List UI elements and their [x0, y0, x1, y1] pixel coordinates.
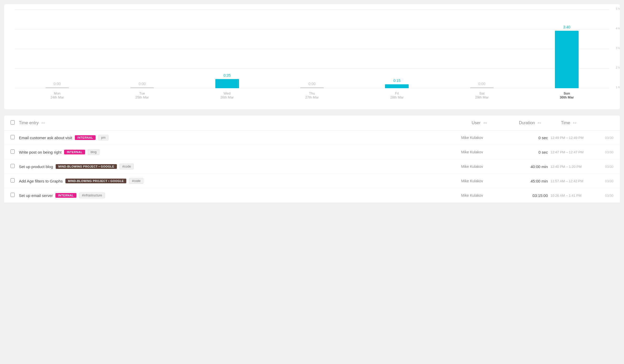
bar-wrapper-sat: 0:00 — [439, 9, 524, 88]
row-time-1: 12:47 PM – 12:47 PM — [550, 150, 603, 154]
select-all-checkbox-wrapper[interactable] — [11, 120, 19, 126]
entry-title-1: Write post on being right — [19, 150, 61, 154]
chart-value-label-fri: 0:15 — [393, 79, 401, 83]
day-label-fri: Fri28th Mar — [355, 88, 439, 109]
chart-bars-area: 0:000:000:350:000:150:003:40 — [15, 9, 609, 88]
header-time-entry-label: Time entry — [19, 121, 39, 125]
entry-title-2: Set up product blog — [19, 164, 53, 169]
row-entry-0: Email customer ask about visit INTERNAL … — [19, 135, 461, 141]
row-date-2: 03/30 — [603, 165, 613, 169]
chart-day-column-fri: 0:15 — [355, 9, 439, 88]
row-date-0: 03/30 — [603, 136, 613, 140]
time-range-3: 11:57 AM – 12:42 PM — [550, 179, 583, 183]
day-date-wed: 26th Mar — [220, 95, 234, 99]
row-user-0: Mike Kulakov — [461, 136, 508, 140]
row-entry-4: Set up email server INTERNAL #infrastruc… — [19, 193, 461, 198]
tag-badge-1: INTERNAL — [64, 150, 85, 154]
row-entry-1: Write post on being right INTERNAL blog — [19, 149, 461, 155]
row-checkbox-3[interactable] — [11, 178, 19, 184]
entry-title-4: Set up email server — [19, 193, 53, 198]
table-rows: Email customer ask about visit INTERNAL … — [4, 131, 620, 203]
table-row: Email customer ask about visit INTERNAL … — [4, 131, 620, 145]
row-duration-0: 0 sec — [508, 136, 550, 140]
table-row: Add Age filters to Graphs MIND-BLOWING P… — [4, 174, 620, 188]
day-label-sun: Sun30th Mar — [524, 88, 609, 109]
day-name-sat: Sat — [479, 91, 485, 95]
table-header: Time entry ∧∨ User ∧∨ Duration ∧∨ Time ∧… — [4, 116, 620, 131]
row-checkbox-input-3[interactable] — [11, 178, 15, 183]
day-name-fri: Fri — [395, 91, 399, 95]
duration-sort-icon[interactable]: ∧∨ — [537, 122, 541, 124]
day-label-wed: Wed26th Mar — [185, 88, 269, 109]
day-date-tue: 25th Mar — [135, 95, 149, 99]
day-label-tue: Tue25th Mar — [100, 88, 184, 109]
entry-title-3: Add Age filters to Graphs — [19, 179, 63, 183]
day-date-fri: 28th Mar — [390, 95, 404, 99]
day-name-mon: Mon — [54, 91, 60, 95]
table-container: Time entry ∧∨ User ∧∨ Duration ∧∨ Time ∧… — [4, 116, 620, 203]
row-duration-3: 45:00 min — [508, 179, 550, 183]
row-date-3: 03/30 — [603, 179, 613, 183]
chart-value-label-sun: 3:40 — [563, 25, 570, 29]
chart-day-column-sun: 3:40 — [524, 9, 609, 88]
time-entry-sort-icon[interactable]: ∧∨ — [41, 122, 45, 124]
row-time-4: 10:26 AM – 1:41 PM — [550, 194, 603, 197]
time-sort-icon[interactable]: ∧∨ — [573, 122, 576, 124]
day-date-mon: 24th Mar — [50, 95, 64, 99]
grid-label-2h: 2 h — [616, 66, 620, 69]
chart-day-column-thu: 0:00 — [269, 9, 354, 88]
day-date-sat: 29th Mar — [475, 95, 488, 99]
table-row: Write post on being right INTERNAL blog … — [4, 145, 620, 159]
row-checkbox-input-0[interactable] — [11, 135, 15, 139]
bar-wrapper-tue: 0:00 — [100, 9, 184, 88]
row-checkbox-0[interactable] — [11, 135, 19, 140]
chart-day-column-sat: 0:00 — [439, 9, 524, 88]
row-entry-3: Add Age filters to Graphs MIND-BLOWING P… — [19, 178, 461, 184]
row-checkbox-1[interactable] — [11, 149, 19, 155]
row-duration-1: 0 sec — [508, 150, 550, 154]
table-row: Set up product blog MIND-BLOWING PROJECT… — [4, 159, 620, 174]
row-time-0: 12:49 PM – 12:49 PM — [550, 136, 603, 140]
row-checkbox-input-4[interactable] — [11, 193, 15, 197]
row-checkbox-2[interactable] — [11, 164, 19, 169]
category-badge-0: pm — [98, 135, 108, 141]
day-name-sun: Sun — [564, 91, 570, 95]
row-user-4: Mike Kulakov — [461, 193, 508, 197]
header-duration[interactable]: Duration ∧∨ — [519, 121, 561, 125]
time-range-4: 10:26 AM – 1:41 PM — [550, 194, 581, 197]
chart-bar-fri — [385, 84, 409, 88]
tag-badge-3: MIND-BLOWING PROJECT • GOOGLE — [65, 179, 127, 183]
chart-value-label-sat: 0:00 — [478, 82, 485, 86]
bar-wrapper-mon: 0:00 — [15, 9, 100, 88]
row-duration-2: 40:00 min — [508, 164, 550, 169]
category-badge-3: #code — [129, 178, 143, 184]
grid-label-5h: 5 h — [616, 7, 620, 10]
grid-label-1h: 1 h — [616, 86, 620, 89]
tag-badge-0: INTERNAL — [75, 135, 96, 140]
row-user-1: Mike Kulakov — [461, 150, 508, 154]
chart-days-labels: Mon24th MarTue25th MarWed26th MarThu27th… — [15, 88, 609, 109]
day-name-tue: Tue — [139, 91, 145, 95]
chart-day-column-tue: 0:00 — [100, 9, 184, 88]
bar-wrapper-thu: 0:00 — [269, 9, 354, 88]
row-checkbox-input-2[interactable] — [11, 164, 15, 168]
user-sort-icon[interactable]: ∧∨ — [483, 122, 487, 124]
header-time-entry[interactable]: Time entry ∧∨ — [19, 121, 472, 125]
header-user[interactable]: User ∧∨ — [472, 121, 519, 125]
header-time[interactable]: Time ∧∨ — [561, 121, 613, 125]
row-duration-4: 03:15:00 — [508, 193, 550, 198]
category-badge-4: #infrastructure — [79, 193, 105, 198]
day-name-thu: Thu — [309, 91, 315, 95]
grid-label-3h: 3 h — [616, 46, 620, 50]
select-all-checkbox[interactable] — [11, 120, 15, 124]
day-label-mon: Mon24th Mar — [15, 88, 100, 109]
row-time-3: 11:57 AM – 12:42 PM — [550, 179, 603, 183]
bar-wrapper-sun: 3:40 — [524, 9, 609, 88]
row-date-1: 03/30 — [603, 150, 613, 154]
chart-day-column-mon: 0:00 — [15, 9, 100, 88]
chart-value-label-tue: 0:00 — [139, 82, 146, 86]
chart-container: 5 h 4 h 3 h 2 h 1 h 0:000:000:350:000:15… — [4, 4, 620, 109]
row-checkbox-input-1[interactable] — [11, 149, 15, 154]
time-range-2: 12:40 PM – 1:20 PM — [550, 165, 582, 169]
row-checkbox-4[interactable] — [11, 193, 19, 198]
